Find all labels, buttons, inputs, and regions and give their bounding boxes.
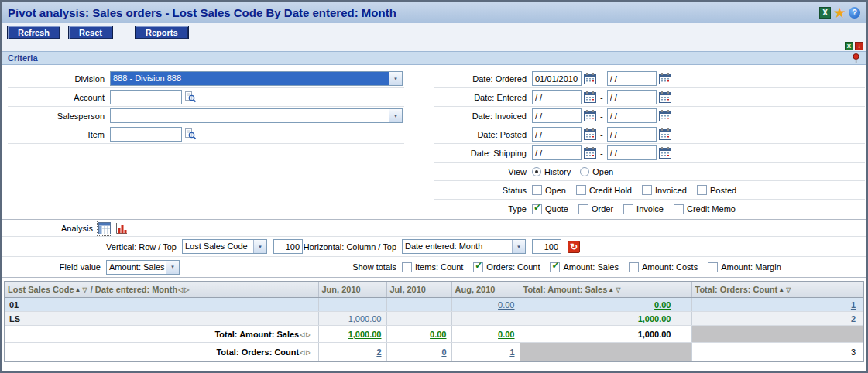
reset-button[interactable]: Reset — [68, 26, 113, 39]
pivot-cell-link[interactable]: 0.00 — [430, 330, 446, 339]
nav-left-icon[interactable]: ◁ — [300, 349, 304, 356]
calendar-icon[interactable] — [584, 91, 596, 103]
checkbox-status-open[interactable] — [532, 185, 542, 195]
date-entered-to-input[interactable] — [607, 90, 657, 104]
pin-criteria-icon[interactable] — [852, 53, 860, 63]
calendar-icon[interactable] — [584, 128, 596, 140]
checkbox-status-invoiced[interactable] — [642, 185, 652, 195]
checkbox-type-invoice[interactable] — [623, 204, 633, 214]
pivot-cell-link[interactable]: 0.00 — [654, 300, 671, 310]
excel-export-icon[interactable]: X — [819, 7, 831, 19]
pivot-cell-link[interactable]: 1,000.00 — [348, 330, 382, 339]
calendar-icon[interactable] — [659, 147, 671, 159]
pivot-cell-link[interactable]: 2 — [376, 347, 381, 357]
salesperson-select[interactable]: ▼ — [110, 108, 403, 123]
refresh-button[interactable]: Refresh — [7, 26, 60, 39]
date-posted-to-input[interactable] — [607, 127, 657, 142]
radio-open[interactable] — [580, 167, 589, 176]
horizontal-select[interactable]: Date entered: Month ▼ — [402, 239, 526, 254]
export-excel-icon[interactable]: X — [845, 42, 853, 50]
pivot-cell-link[interactable]: 0.00 — [498, 300, 514, 310]
pivot-cell-link[interactable]: 1 — [851, 300, 856, 310]
pivot-cell-link[interactable]: 1,000.00 — [638, 314, 671, 323]
reports-button[interactable]: Reports — [135, 26, 189, 39]
division-select[interactable]: 888 - Division 888 ▼ — [110, 71, 403, 86]
run-analysis-icon[interactable]: ↻ — [568, 241, 580, 253]
radio-history[interactable] — [532, 167, 541, 176]
help-icon[interactable]: ? — [849, 7, 860, 19]
account-lookup-icon[interactable] — [184, 91, 197, 104]
checkbox-totals-amount-sales[interactable]: ✓ — [550, 262, 560, 272]
field-value-select[interactable]: Amount: Sales ▼ — [106, 260, 180, 275]
radio-open-label: Open — [592, 167, 613, 176]
checkbox-status-posted[interactable] — [697, 185, 707, 195]
favorites-star-icon[interactable]: ★ — [834, 7, 846, 19]
pivot-table: Lost Sales Code▲▽ / Date entered: Month◁… — [4, 281, 864, 362]
nav-left-icon[interactable]: ◁ — [300, 331, 304, 338]
chart-view-icon[interactable] — [115, 222, 128, 234]
item-input[interactable] — [110, 127, 182, 142]
date-ordered-to-input[interactable] — [607, 71, 657, 86]
nav-left-icon[interactable]: ◁ — [178, 286, 183, 293]
month-header-jun-2010: Jun, 2010 — [318, 282, 386, 298]
pivot-analysis-window: Pivot analysis: Sales orders - Lost Sale… — [0, 0, 868, 373]
pivot-total-count-row: Total: Orders: Count◁▷ 2 0 1 3 — [5, 343, 863, 361]
checkbox-type-credit-memo[interactable] — [674, 204, 684, 214]
pivot-cell-link[interactable]: 1 — [509, 347, 514, 357]
checkbox-totals-items-count[interactable] — [402, 262, 412, 272]
calendar-icon[interactable] — [584, 147, 596, 159]
checkbox-status-credit-hold[interactable] — [576, 185, 586, 195]
month-header-aug-2010: Aug, 2010 — [451, 282, 520, 298]
date-ordered-row: Date: Ordered - — [434, 70, 865, 88]
page-title: Pivot analysis: Sales orders - Lost Sale… — [8, 6, 819, 19]
sort-asc-icon[interactable]: ▲ — [778, 286, 784, 293]
item-label: Item — [8, 130, 105, 139]
date-invoiced-from-input[interactable] — [532, 108, 582, 123]
row-column-header[interactable]: Lost Sales Code▲▽ / Date entered: Month◁… — [5, 282, 318, 298]
checkbox-type-order[interactable] — [578, 204, 588, 214]
date-shipping-to-input[interactable] — [607, 145, 657, 160]
sort-desc-icon[interactable]: ▽ — [616, 286, 620, 293]
pivot-cell-link[interactable]: 1,000.00 — [348, 314, 382, 323]
nav-right-icon[interactable]: ▷ — [306, 331, 310, 338]
calendar-icon[interactable] — [659, 73, 671, 84]
vertical-label: Vertical: Row / Top — [8, 242, 177, 252]
pivot-row-ls: LS 1,000.00 1,000.00 2 — [5, 312, 863, 326]
pivot-cell-link[interactable]: 0.00 — [498, 330, 514, 339]
calendar-icon[interactable] — [584, 110, 596, 121]
calendar-icon[interactable] — [659, 91, 671, 103]
pivot-cell-link[interactable]: 2 — [851, 314, 856, 323]
vertical-select[interactable]: Lost Sales Code ▼ — [182, 239, 267, 254]
total-count-header[interactable]: Total: Orders: Count▲▽ — [691, 282, 863, 298]
date-posted-from-input[interactable] — [532, 127, 582, 142]
horizontal-top-input[interactable] — [532, 239, 561, 254]
account-input[interactable] — [110, 90, 182, 104]
nav-right-icon[interactable]: ▷ — [184, 286, 189, 293]
calendar-icon[interactable] — [584, 73, 596, 84]
checkbox-totals-amount-costs[interactable] — [629, 262, 639, 272]
sort-desc-icon[interactable]: ▽ — [83, 286, 87, 293]
item-lookup-icon[interactable] — [184, 128, 197, 141]
sort-desc-icon[interactable]: ▽ — [786, 286, 791, 293]
chevron-down-icon: ▼ — [253, 240, 266, 253]
export-pdf-icon[interactable]: ↓ — [855, 42, 863, 50]
horizontal-group: Horizontal: Column / Top Date entered: M… — [293, 237, 580, 256]
pivot-view-icon[interactable] — [98, 222, 111, 234]
pivot-cell-link[interactable]: 0 — [441, 347, 446, 357]
calendar-icon[interactable] — [659, 128, 671, 140]
item-row: Item — [8, 125, 404, 144]
nav-right-icon[interactable]: ▷ — [306, 349, 310, 356]
sort-asc-icon[interactable]: ▲ — [608, 286, 614, 293]
checkbox-totals-amount-margin[interactable] — [708, 262, 718, 272]
calendar-icon[interactable] — [659, 110, 671, 121]
checkbox-totals-orders-count[interactable]: ✓ — [473, 262, 483, 272]
checkbox-type-quote[interactable]: ✓ — [532, 204, 542, 214]
total-sales-header[interactable]: Total: Amount: Sales▲▽ — [520, 282, 691, 298]
date-invoiced-to-input[interactable] — [607, 108, 657, 123]
type-row: Type ✓Quote Order Invoice Credit Memo — [434, 200, 865, 218]
date-entered-from-input[interactable] — [532, 90, 582, 104]
date-shipping-from-input[interactable] — [532, 145, 582, 160]
date-ordered-from-input[interactable] — [532, 71, 582, 86]
sort-asc-icon[interactable]: ▲ — [75, 286, 81, 293]
type-label: Type — [434, 204, 527, 214]
